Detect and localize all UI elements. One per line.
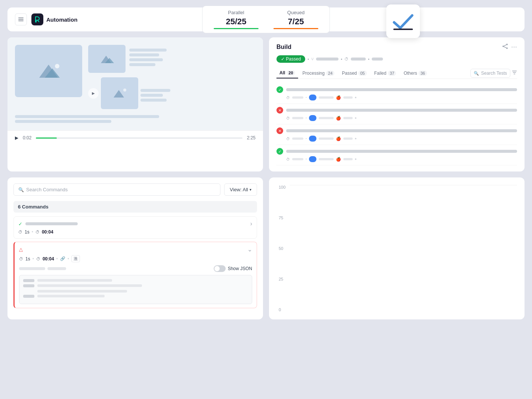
- tab-passed[interactable]: Passed 05: [339, 68, 369, 78]
- test-os-3: [343, 137, 353, 140]
- cmd-row-1: ✓ ›: [18, 220, 252, 227]
- queued-label: Queued: [287, 10, 304, 15]
- video-thumbnail-large: [15, 45, 82, 97]
- parallel-progress-bar: [214, 28, 259, 29]
- cmd-expand-btn-1[interactable]: ›: [250, 220, 252, 227]
- test-status-4: ✓: [276, 148, 283, 155]
- commands-search-row: 🔍 Search Commands View: All ▾: [13, 183, 257, 196]
- video-preview: ▶: [15, 45, 256, 109]
- queued-progress-bar: [273, 28, 318, 29]
- search-cmd-icon: 🔍: [18, 187, 24, 192]
- video-controls: ▶ 0:02 2:25: [7, 130, 263, 145]
- filter-icon[interactable]: [512, 70, 517, 77]
- search-tests-box[interactable]: 🔍 Search Tests: [470, 69, 510, 78]
- play-small-btn[interactable]: ▶: [88, 88, 99, 99]
- test-meta-3: ⏱ • 🍎: [286, 136, 517, 142]
- show-json-label: Show JSON: [228, 266, 252, 271]
- y-axis-labels: 100 75 50 25 0: [279, 185, 285, 312]
- text-line-5: [140, 89, 170, 92]
- json-text-2: [37, 284, 142, 287]
- video-progress-fill: [36, 137, 56, 139]
- test-os-4: [343, 158, 353, 160]
- view-all-button[interactable]: View: All ▾: [224, 183, 257, 196]
- test-info-2: [319, 117, 334, 119]
- tab-others-count: 36: [418, 71, 427, 76]
- y-label-100: 100: [279, 185, 285, 189]
- video-progress-track[interactable]: [36, 137, 242, 139]
- json-line-3: [23, 295, 248, 298]
- test-meta-4: ⏱ • 🍎: [286, 156, 517, 162]
- parallel-label: Parallel: [228, 10, 244, 15]
- cmd-check-icon-1: ✓: [18, 221, 22, 227]
- parallel-section: Parallel 25/25 Queued 7/25: [202, 6, 330, 33]
- svg-line-15: [504, 47, 506, 48]
- caption-line-2: [15, 120, 111, 123]
- json-preview: [19, 275, 252, 304]
- json-text-1: [37, 279, 112, 282]
- check-badge: [386, 4, 420, 38]
- app-title: Automation: [46, 16, 77, 23]
- video-right: ▶: [88, 45, 256, 109]
- more-icon[interactable]: ⋯: [511, 43, 517, 51]
- chart-panel: 100 75 50 25 0: [269, 177, 525, 319]
- test-info-4: [319, 158, 334, 160]
- cmd-expand-btn-2[interactable]: ⌄: [247, 246, 252, 253]
- clock-small-3: ⏱: [286, 137, 290, 141]
- queued-item: Queued 7/25: [273, 10, 318, 29]
- parallel-value: 25/25: [226, 17, 246, 27]
- video-panel: ▶: [7, 37, 263, 171]
- test-os-2: [343, 117, 353, 119]
- tab-all-count: 20: [287, 70, 295, 75]
- tab-processing-count: 24: [326, 71, 334, 76]
- commands-panel: 🔍 Search Commands View: All ▾ 6 Commands…: [7, 177, 263, 319]
- test-time-1: [292, 96, 303, 99]
- test-info-1: [319, 96, 334, 99]
- play-icon[interactable]: ▶: [15, 135, 18, 140]
- tab-failed[interactable]: Failed 37: [371, 68, 399, 78]
- json-value-lines-3: [37, 295, 248, 298]
- cmd-name-bar-1: [25, 222, 78, 225]
- y-label-0: 0: [279, 307, 285, 312]
- queued-value: 7/25: [288, 17, 304, 27]
- test-os-1: [343, 96, 353, 99]
- test-time-2: [292, 117, 303, 119]
- svg-point-6: [55, 64, 59, 68]
- tab-processing[interactable]: Processing 24: [300, 68, 338, 78]
- tab-all[interactable]: All 20: [276, 68, 298, 78]
- cmd-label-bar2: [47, 267, 66, 270]
- tab-others-label: Others: [403, 71, 417, 76]
- chevron-down-icon: ▾: [250, 188, 251, 192]
- menu-button[interactable]: [15, 13, 27, 25]
- text-line-3: [129, 58, 163, 61]
- cmd-row-2: △ ⌄: [19, 246, 252, 253]
- show-json-toggle[interactable]: [214, 265, 226, 272]
- search-commands-box[interactable]: 🔍 Search Commands: [13, 183, 220, 196]
- top-bar: Automation Parallel 25/25 Queued 7/25: [7, 7, 525, 31]
- cmd-duration-2: 00:04: [43, 256, 54, 262]
- tab-passed-label: Passed: [342, 71, 357, 76]
- test-bar-2: [286, 109, 517, 112]
- text-content-right: [129, 49, 167, 66]
- json-value-lines-1: [37, 279, 248, 282]
- chart-container: 100 75 50 25 0: [290, 185, 517, 312]
- share-icon[interactable]: [502, 43, 508, 51]
- text-line-6: [140, 94, 163, 97]
- text-line-7: [140, 99, 167, 102]
- test-browser-1: [309, 95, 316, 100]
- command-item-2: △ ⌄ ⏱ 1s • ⏱ 00:04 • 🔗 • 激: [13, 242, 257, 308]
- svg-marker-9: [114, 90, 124, 98]
- json-key-box-1: [23, 279, 34, 282]
- test-info-3: [319, 137, 334, 140]
- svg-rect-2: [18, 21, 24, 21]
- chart-area: 100 75 50 25 0: [276, 185, 517, 312]
- test-bar-4: [286, 150, 517, 153]
- json-line-1: [23, 279, 248, 282]
- build-meta-chip-3: [372, 58, 383, 61]
- cmd-time-1: 1s: [25, 229, 30, 235]
- tab-others[interactable]: Others 36: [400, 68, 430, 78]
- build-meta-row: ✓ Passed • ⑂ • ⏱ •: [276, 55, 517, 63]
- text-line-4: [129, 63, 155, 66]
- test-browser-2: [309, 115, 316, 121]
- apple-icon-3: 🍎: [336, 136, 341, 141]
- cmd-clock-1: ⏱: [18, 230, 22, 234]
